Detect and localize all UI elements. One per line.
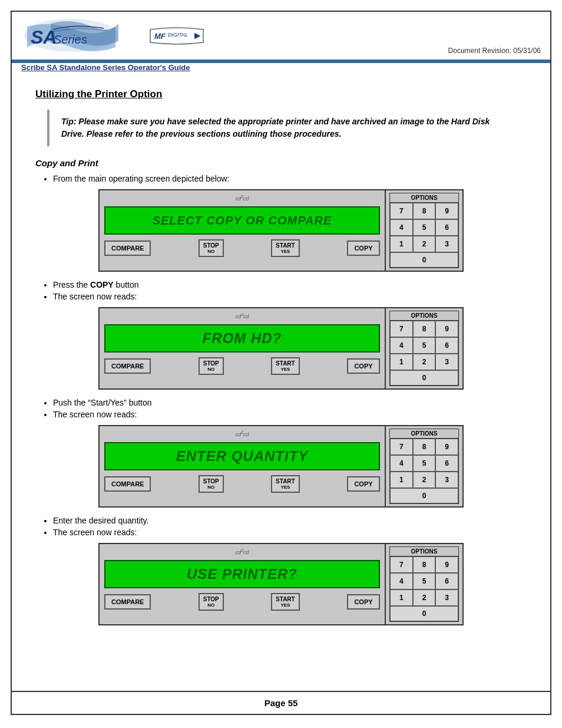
start-top-1: START xyxy=(276,242,295,249)
opt-btn-9-4[interactable]: 9 xyxy=(435,556,458,573)
start-bottom-3: YES xyxy=(276,485,295,490)
options-label-2: OPTIONS xyxy=(389,311,459,320)
bullet-list-3: Push the “Start/Yes” button The screen n… xyxy=(53,398,527,419)
start-button-3[interactable]: START YES xyxy=(271,475,300,493)
opt-btn-2-4[interactable]: 2 xyxy=(413,589,436,606)
stop-button-4[interactable]: STOP NO xyxy=(199,593,224,611)
opt-btn-1-3[interactable]: 1 xyxy=(390,472,413,488)
device-panel-1: cd2cd SELECT COPY OR COMPARE COMPARE STO… xyxy=(98,189,464,272)
logo-wrapper: SA Series MF DIGITAL xyxy=(21,18,206,56)
start-button-1[interactable]: START YES xyxy=(271,239,300,257)
bullet-item-6: Enter the desired quantity. xyxy=(53,516,527,525)
tip-text: Tip: Please make sure you have selected … xyxy=(61,116,515,140)
stop-bottom-2: NO xyxy=(203,367,219,372)
options-grid-4: 7 8 9 4 5 6 1 2 3 0 xyxy=(389,556,459,622)
stop-bottom-1: NO xyxy=(203,249,219,254)
opt-btn-5-1[interactable]: 5 xyxy=(413,219,436,236)
copy-button-1[interactable]: COPY xyxy=(347,241,380,256)
panel-logo-4: cd2cd xyxy=(104,548,380,555)
opt-btn-2-3[interactable]: 2 xyxy=(413,472,436,488)
opt-btn-6-4[interactable]: 6 xyxy=(435,573,458,589)
compare-button-1[interactable]: COMPARE xyxy=(104,241,151,256)
panel-logo-2: cd2cd xyxy=(104,312,380,319)
opt-btn-4-1[interactable]: 4 xyxy=(390,219,413,236)
opt-btn-3-3[interactable]: 3 xyxy=(435,472,458,488)
header-revision: Document Revision: 05/31/06 xyxy=(448,47,541,56)
device-panel-2: cd2cd FROM HD? COMPARE STOP NO START YES… xyxy=(98,307,464,390)
svg-text:MF: MF xyxy=(154,32,166,41)
bullet-item-2: Press the COPY button xyxy=(53,280,527,289)
copy-button-4[interactable]: COPY xyxy=(347,594,380,610)
opt-btn-8-3[interactable]: 8 xyxy=(413,439,436,455)
opt-btn-9-3[interactable]: 9 xyxy=(435,439,458,455)
options-grid-2: 7 8 9 4 5 6 1 2 3 0 xyxy=(389,320,459,386)
svg-text:SA: SA xyxy=(31,27,57,48)
options-panel-2: OPTIONS 7 8 9 4 5 6 1 2 3 0 xyxy=(386,308,462,388)
opt-btn-2-2[interactable]: 2 xyxy=(413,354,436,370)
display-screen-1: SELECT COPY OR COMPARE xyxy=(104,206,380,235)
display-text-1: SELECT COPY OR COMPARE xyxy=(153,214,332,228)
compare-button-3[interactable]: COMPARE xyxy=(104,476,151,492)
mf-digital-logo: MF DIGITAL xyxy=(147,25,206,49)
opt-btn-1-4[interactable]: 1 xyxy=(390,589,413,606)
stop-top-3: STOP xyxy=(203,478,219,485)
buttons-row-1: COMPARE STOP NO START YES COPY xyxy=(104,239,380,257)
tip-box: Tip: Please make sure you have selected … xyxy=(47,110,527,146)
main-panel-1: cd2cd SELECT COPY OR COMPARE COMPARE STO… xyxy=(100,190,386,271)
opt-btn-3-4[interactable]: 3 xyxy=(435,589,458,606)
start-button-2[interactable]: START YES xyxy=(271,357,300,375)
opt-btn-7-3[interactable]: 7 xyxy=(390,439,413,455)
opt-btn-4-2[interactable]: 4 xyxy=(390,337,413,354)
options-panel-4: OPTIONS 7 8 9 4 5 6 1 2 3 0 xyxy=(386,544,462,624)
opt-btn-1-1[interactable]: 1 xyxy=(390,236,413,252)
opt-btn-1-2[interactable]: 1 xyxy=(390,354,413,370)
stop-button-1[interactable]: STOP NO xyxy=(199,239,224,257)
opt-btn-0-1[interactable]: 0 xyxy=(390,252,458,268)
opt-btn-3-1[interactable]: 3 xyxy=(435,236,458,252)
opt-btn-5-4[interactable]: 5 xyxy=(413,573,436,589)
device-panel-3: cd2cd ENTER QUANTITY COMPARE STOP NO STA… xyxy=(98,425,464,508)
start-bottom-4: YES xyxy=(276,602,295,608)
start-top-3: START xyxy=(276,478,295,485)
stop-top-1: STOP xyxy=(203,242,219,249)
opt-btn-7-2[interactable]: 7 xyxy=(390,321,413,337)
opt-btn-9-1[interactable]: 9 xyxy=(435,203,458,219)
opt-btn-8-4[interactable]: 8 xyxy=(413,556,436,573)
compare-button-4[interactable]: COMPARE xyxy=(104,594,151,610)
bullet-item-3: The screen now reads: xyxy=(53,292,527,301)
main-panel-2: cd2cd FROM HD? COMPARE STOP NO START YES… xyxy=(100,308,386,388)
stop-button-2[interactable]: STOP NO xyxy=(199,357,224,375)
opt-btn-7-1[interactable]: 7 xyxy=(390,203,413,219)
start-button-4[interactable]: START YES xyxy=(271,593,300,611)
options-label-4: OPTIONS xyxy=(389,546,459,556)
compare-button-2[interactable]: COMPARE xyxy=(104,358,151,374)
opt-btn-2-1[interactable]: 2 xyxy=(413,236,436,252)
opt-btn-4-3[interactable]: 4 xyxy=(390,455,413,472)
opt-btn-4-4[interactable]: 4 xyxy=(390,573,413,589)
opt-btn-7-4[interactable]: 7 xyxy=(390,556,413,573)
opt-btn-5-3[interactable]: 5 xyxy=(413,455,436,472)
stop-button-3[interactable]: STOP NO xyxy=(199,475,224,493)
opt-btn-9-2[interactable]: 9 xyxy=(435,321,458,337)
opt-btn-6-2[interactable]: 6 xyxy=(435,337,458,354)
opt-btn-5-2[interactable]: 5 xyxy=(413,337,436,354)
opt-btn-6-1[interactable]: 6 xyxy=(435,219,458,236)
options-grid-3: 7 8 9 4 5 6 1 2 3 0 xyxy=(389,438,459,504)
buttons-row-2: COMPARE STOP NO START YES COPY xyxy=(104,357,380,375)
options-grid-1: 7 8 9 4 5 6 1 2 3 0 xyxy=(389,202,459,268)
opt-btn-8-1[interactable]: 8 xyxy=(413,203,436,219)
device-panel-4: cd2cd USE PRINTER? COMPARE STOP NO START… xyxy=(98,543,464,625)
subsection-title: Copy and Print xyxy=(35,158,527,168)
sa-series-logo: SA Series xyxy=(21,18,121,56)
stop-bottom-3: NO xyxy=(203,485,219,490)
copy-button-2[interactable]: COPY xyxy=(347,358,380,374)
opt-btn-0-2[interactable]: 0 xyxy=(390,370,458,386)
options-panel-3: OPTIONS 7 8 9 4 5 6 1 2 3 0 xyxy=(386,426,462,506)
opt-btn-0-4[interactable]: 0 xyxy=(390,606,458,621)
start-top-4: START xyxy=(276,596,295,602)
opt-btn-3-2[interactable]: 3 xyxy=(435,354,458,370)
opt-btn-8-2[interactable]: 8 xyxy=(413,321,436,337)
opt-btn-0-3[interactable]: 0 xyxy=(390,488,458,503)
opt-btn-6-3[interactable]: 6 xyxy=(435,455,458,472)
copy-button-3[interactable]: COPY xyxy=(347,476,380,492)
